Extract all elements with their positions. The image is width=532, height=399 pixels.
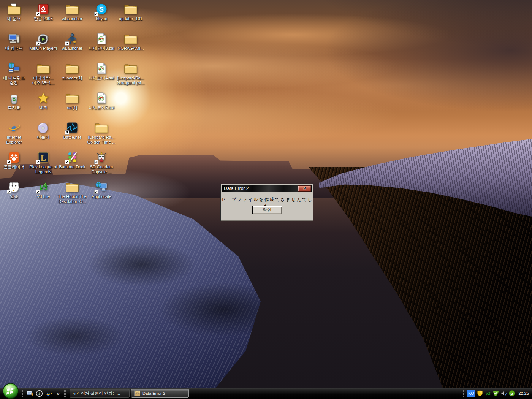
desktop-icon-applocale[interactable]: AppLocale (85, 181, 118, 199)
desktop-icon-leopard-goldentime-folder[interactable]: [Leopard-Ra...Golden Time ... (85, 122, 118, 145)
desktop-icon-alsong[interactable]: ♪알송 (0, 181, 30, 199)
taskbar-clock[interactable]: 22:25 (518, 391, 529, 396)
folder-icon (124, 33, 137, 45)
desktop-icon-label: 니세코이5.sai (85, 105, 118, 110)
desktop-icon-my-network-places[interactable]: 내 네트워크환경 (0, 62, 30, 86)
desktop-icon-battle-net[interactable]: Battle.net (56, 122, 89, 140)
shortcut-arrow-overlay (36, 12, 40, 16)
quick-launch-media-player[interactable]: ♪ (35, 389, 43, 397)
desktop-icon-label: The Hobbit TheDesolation O... (56, 194, 89, 204)
svg-text:♪: ♪ (38, 391, 41, 396)
shortcut-arrow-overlay (94, 190, 98, 194)
shortcut-arrow-overlay (36, 190, 40, 194)
desktop-icon-recycle-bin[interactable]: ♻휴지통 (0, 92, 30, 110)
desktop-icon-medaka-folder[interactable]: 메다카박...이후 35~1... (27, 62, 60, 86)
svg-text:♪: ♪ (13, 187, 15, 192)
desktop-icon-label: 내꺼 (27, 105, 60, 110)
desktop-icon-noragami-folder[interactable]: NORAGAMI... (114, 33, 147, 51)
desktop-icon-bamboo-dock[interactable]: Bamboo Dock (56, 151, 89, 169)
desktop-icon-zloader-folder[interactable]: zLoader[1] (56, 62, 89, 81)
taskbar-button-task-browser[interactable]: e이거 실행이 안되는... (70, 389, 130, 398)
desktop-icon-melon-player4[interactable]: MelOn Player4 (27, 33, 60, 51)
desktop-icon-wlauncher-app[interactable]: wLauncher (56, 33, 89, 51)
desktop-icon-v3-lite[interactable]: V3V3 Lite (27, 181, 60, 199)
svg-text:e: e (11, 122, 16, 133)
tray-utorrent-icon[interactable]: µ (509, 390, 515, 396)
desktop-icon-sai1-folder[interactable]: sai[1] (56, 92, 89, 110)
svg-text:µ: µ (511, 391, 514, 396)
tray-v3-antivirus-icon[interactable]: V3 (485, 390, 491, 396)
desktop-icon-label: 휴지통 (0, 105, 30, 110)
taskband-drag-handle[interactable] (63, 390, 66, 397)
svg-text:♻: ♻ (12, 97, 16, 103)
desktop-wallpaper[interactable]: 내 문서한글 2005wLauncherSSkypeupdater_101내 컴… (0, 0, 532, 388)
start-button[interactable] (2, 383, 19, 399)
quick-launch-more-toolbars[interactable]: » (54, 389, 62, 397)
animeface-icon (134, 390, 140, 396)
dialog-titlebar[interactable]: Data Error 2 ✕ (222, 185, 312, 192)
language-indicator[interactable]: KO (467, 390, 475, 397)
tray-security-alert-icon[interactable]: ! (477, 390, 483, 396)
shortcut-arrow-overlay (36, 160, 40, 164)
desktop-icon-updater-101-folder[interactable]: updater_101 (114, 3, 147, 21)
desktop-icon-nisekoi4-sai[interactable]: 니세코이4.sai (85, 62, 118, 81)
battlenet-icon (66, 122, 79, 134)
shortcut-arrow-overlay (94, 160, 98, 164)
desktop-icon-my-documents[interactable]: 내 문서 (0, 3, 30, 21)
shortcut-arrow-overlay (94, 12, 98, 16)
desktop-icon-hobbit-folder[interactable]: The Hobbit TheDesolation O... (56, 181, 89, 204)
desktop-icon-internet-explorer[interactable]: eInternetExplorer (0, 122, 30, 145)
desktop-icon-label: V3 Lite (27, 194, 60, 199)
desktop-icon-label: 알송 (0, 194, 30, 199)
saidoc-icon (95, 33, 108, 45)
desktop-icon-sd-gundam-capsule[interactable]: SD GundamCapsule ... (85, 151, 118, 174)
desktop-icon-label: sai[1] (56, 105, 89, 110)
desktop-icon-my-computer[interactable]: 내 컴퓨터 (0, 33, 30, 51)
close-icon: ✕ (303, 187, 306, 190)
dialog-ok-button[interactable]: 확인 (252, 206, 282, 214)
taskbar-button-task-data-error[interactable]: Data Error 2 (131, 389, 189, 398)
desktop-icon-label: updater_101 (114, 16, 147, 21)
desktop-icon-nisekoi5-sai[interactable]: 니세코이5.sai (85, 92, 118, 110)
folder-icon (124, 3, 137, 15)
quick-launch-show-desktop[interactable] (25, 389, 34, 397)
tray-green-check-utility-icon[interactable] (493, 390, 499, 396)
task-button-area: e이거 실행이 안되는...Data Error 2 (70, 389, 189, 398)
desktop-icon-label: 내 네트워크환경 (0, 76, 30, 86)
desktop-icon-gom-player[interactable]: 곰플레이어 (0, 151, 30, 169)
tray-volume-tablet-icon[interactable] (501, 390, 507, 396)
quicklaunch-drag-handle[interactable] (22, 390, 24, 397)
desktop-icon-label: 메다카박...이후 35~1... (27, 76, 60, 86)
dialog-title: Data Error 2 (222, 186, 298, 191)
svg-text:♪: ♪ (47, 122, 49, 126)
desktop-icon-label: zLoader[1] (56, 76, 89, 81)
desktop-icon-nisekoi3-sai[interactable]: 니세코이3.sai (85, 33, 118, 51)
quick-launch-bar: ♪e» (25, 389, 62, 397)
desktop-icon-skype[interactable]: SSkype (85, 3, 118, 21)
desktop-icon-label: Play League ofLegends (27, 165, 60, 174)
bamboo-icon (66, 151, 79, 163)
saidoc-icon (95, 92, 108, 104)
quick-launch-internet-explorer[interactable]: e (44, 389, 53, 397)
alsong-icon: ♪ (8, 181, 21, 193)
lol-icon: L (37, 151, 50, 163)
tray-icon-area: !V3µ (477, 390, 515, 396)
ie-icon: e (8, 122, 21, 134)
desktop-icon-hangul-2005[interactable]: 한글 2005 (27, 3, 60, 21)
wfigure-icon (66, 33, 79, 45)
dialog-close-button[interactable]: ✕ (298, 185, 311, 192)
svg-text:e: e (74, 391, 76, 396)
desktop-icon-label: [Leopard-Ra...Noragami (M... (114, 76, 147, 86)
desktop-icon-leopard-noragami-folder[interactable]: [Leopard-Ra...Noragami (M... (114, 62, 147, 86)
desktop-icon-bidulgi-disc[interactable]: ♪비둘기 (27, 122, 60, 140)
desktop-icon-play-league-of-legends[interactable]: LPlay League ofLegends (27, 151, 60, 174)
desktop-icon-wlauncher-folder[interactable]: wLauncher (56, 3, 89, 21)
screen: 내 문서한글 2005wLauncherSSkypeupdater_101내 컴… (0, 0, 532, 399)
system-tray: KO !V3µ 22:25 (460, 390, 532, 397)
folder-icon (66, 92, 79, 104)
tray-drag-handle[interactable] (461, 390, 464, 397)
cd-icon: ♪ (37, 122, 50, 134)
desktop-icon-naekkeo-star[interactable]: 내꺼 (27, 92, 60, 110)
svg-text:e: e (47, 390, 49, 397)
desktop-icon-label: 곰플레이어 (0, 165, 30, 169)
